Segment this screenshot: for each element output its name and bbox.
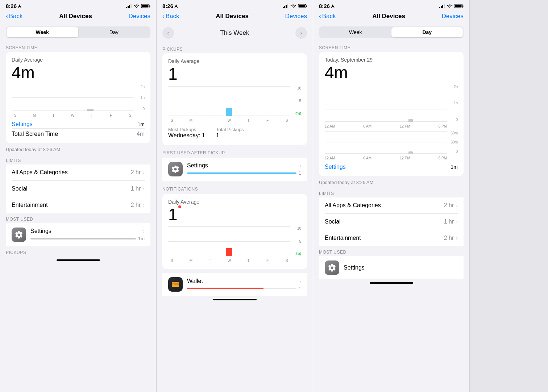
signal-icon-right [439, 4, 445, 8]
left-panel: 8:26 ‹ Back A [0, 0, 157, 392]
devices-button-right[interactable]: Devices [442, 13, 464, 20]
pickup-bar-w [226, 108, 232, 116]
notif-bars [168, 226, 290, 256]
svg-rect-21 [441, 6, 442, 8]
updated-right: Updated today at 8:26 AM [313, 177, 469, 188]
app-time-left: 1m [138, 121, 145, 127]
wallet-icon [168, 277, 183, 292]
status-bar-left: 8:26 [0, 0, 156, 11]
screen-time-card-left: Daily Average 4m 2h 1h 0 [6, 52, 150, 143]
big-value-left: 4m [12, 63, 145, 82]
notif-section-label: NOTIFICATIONS [157, 182, 313, 194]
day-bar-w [408, 119, 413, 122]
most-used-label-right: MOST USED [313, 247, 469, 256]
chevron-3-right: › [456, 235, 458, 241]
svg-rect-3 [129, 5, 130, 8]
day-tab-left[interactable]: Day [78, 27, 150, 37]
back-button-mid[interactable]: ‹ Back [162, 13, 179, 20]
svg-rect-14 [306, 5, 307, 7]
right-scroll[interactable]: SCREEN TIME Today, September 29 4m 2h 1h… [313, 42, 469, 392]
back-chevron-mid: ‹ [162, 13, 165, 20]
svg-rect-7 [142, 5, 149, 7]
limit-row-1-right[interactable]: All Apps & Categories 2 hr › [319, 197, 464, 213]
time-right: 8:26 [319, 3, 335, 9]
notif-x-labels: S M T W T F S [168, 259, 290, 263]
bar-t2 [87, 109, 94, 111]
status-icons-mid [283, 4, 307, 8]
first-used-settings-row[interactable]: Settings › 1 [162, 158, 307, 181]
most-used-card-left: Settings › 1m [6, 223, 150, 246]
svg-rect-9 [283, 7, 284, 8]
svg-rect-4 [130, 4, 132, 8]
limit-row-2-left[interactable]: Social 1 hr › [6, 181, 150, 197]
big-value-right: 4m [325, 63, 458, 82]
location-icon-mid [174, 4, 178, 8]
week-tab-left[interactable]: Week [7, 27, 78, 37]
gear-icon-left [14, 230, 23, 239]
back-button-right[interactable]: ‹ Back [319, 13, 336, 20]
back-chevron-left: ‹ [6, 13, 8, 20]
devices-button-mid[interactable]: Devices [285, 13, 307, 20]
svg-rect-2 [128, 6, 129, 8]
location-icon-right [331, 4, 335, 8]
chart-right: 2h 1h 0 [325, 85, 458, 128]
limit-row-1-left[interactable]: All Apps & Categories 2 hr › [6, 164, 150, 180]
settings-link-left[interactable]: Settings [12, 121, 33, 128]
status-icons-left [126, 4, 150, 8]
pickups-chart-mid: 10 5 0 avg S M [168, 86, 301, 122]
nav-bar-mid: ‹ Back All Devices Devices [157, 11, 313, 24]
avg-text-pickups: avg [295, 111, 301, 115]
limit-row-2-right[interactable]: Social 1 hr › [319, 214, 464, 230]
svg-rect-12 [287, 4, 288, 8]
chart-y-labels-right-top: 2h 1h 0 [454, 85, 458, 122]
prev-week-btn[interactable]: ‹ [162, 27, 174, 39]
middle-panel: 8:26 ‹ Back A [157, 0, 313, 392]
chevron-2-right: › [456, 219, 458, 225]
status-bar-mid: 8:26 [157, 0, 313, 11]
signal-icon-mid [283, 4, 288, 8]
wallet-row[interactable]: Wallet › 1 [162, 273, 307, 296]
chart-bars-right [325, 85, 447, 122]
first-used-settings-icon [168, 162, 183, 176]
most-used-row-1-left[interactable]: Settings › 1m [6, 223, 150, 246]
limits-label-right: LIMITS [313, 188, 469, 197]
nav-title-right: All Devices [372, 13, 405, 20]
gear-icon-right [328, 263, 336, 272]
svg-rect-18 [173, 284, 174, 285]
status-icons-right [439, 4, 464, 8]
pickups-card-mid: Daily Average 1 10 5 0 avg [162, 53, 307, 145]
left-scroll[interactable]: SCREEN TIME Daily Average 4m 2h 1h 0 [0, 42, 156, 392]
settings-link-right[interactable]: Settings [325, 164, 346, 170]
screen-time-label-left: SCREEN TIME [0, 42, 156, 52]
back-button-left[interactable]: ‹ Back [6, 13, 22, 20]
home-indicator-mid [213, 299, 257, 300]
chart-x-labels-left: S M T W T F S [12, 113, 134, 117]
battery-icon-mid [298, 4, 307, 8]
next-week-btn[interactable]: › [295, 27, 307, 39]
settings-icon-right [325, 260, 339, 275]
mid-scroll[interactable]: PICKUPS Daily Average 1 10 5 0 avg [157, 44, 313, 392]
week-tab-right[interactable]: Week [320, 27, 391, 37]
first-used-card-mid: Settings › 1 [162, 158, 307, 181]
status-bar-right: 8:26 [313, 0, 469, 11]
limit-row-3-right[interactable]: Entertainment 2 hr › [319, 230, 464, 246]
nav-bar-left: ‹ Back All Devices Devices [0, 11, 156, 24]
most-used-row-1-right[interactable]: Settings [319, 256, 464, 279]
notif-chart: 10 5 0 avg S M T [168, 226, 301, 263]
avg-text-notif: avg [295, 251, 301, 255]
limits-label-left: LIMITS [0, 155, 156, 164]
chart-right-2: 60m 30m 0 [325, 131, 458, 160]
notifications-card: Daily Average 1 10 5 0 avg [162, 194, 307, 270]
svg-rect-10 [284, 6, 285, 8]
avg-label-left: Daily Average [12, 57, 145, 63]
day-tab-right[interactable]: Day [391, 27, 463, 37]
limit-row-3-left[interactable]: Entertainment 2 hr › [6, 197, 150, 213]
chevron-3-left: › [143, 202, 145, 208]
signal-icon-left [126, 4, 132, 8]
devices-button-left[interactable]: Devices [129, 13, 150, 20]
chevron-2-left: › [143, 186, 145, 192]
screen-time-card-right: Today, September 29 4m 2h 1h 0 [319, 52, 464, 176]
first-used-label-mid: FIRST USED AFTER PICKUP [157, 146, 313, 158]
chart-left: 2h 1h 0 S M T W T [12, 85, 145, 117]
week-nav-mid: ‹ This Week › [157, 24, 313, 44]
